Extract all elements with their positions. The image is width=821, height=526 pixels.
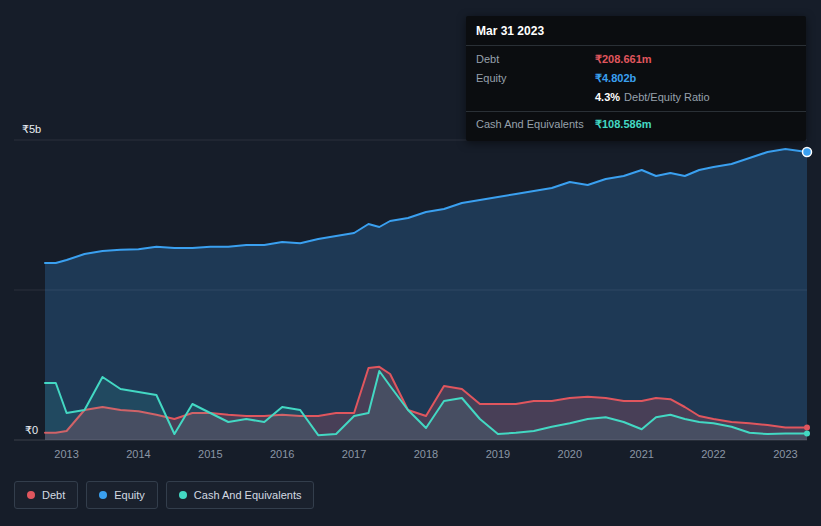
cash-end-marker: [804, 430, 810, 436]
x-tick-label: 2022: [701, 448, 725, 460]
tooltip-ratio-label: Debt/Equity Ratio: [624, 90, 710, 105]
tooltip-row-cash: Cash And Equivalents ₹108.586m: [466, 111, 806, 134]
legend-equity-label: Equity: [114, 489, 145, 501]
x-tick-label: 2020: [558, 448, 582, 460]
tooltip-debt-label: Debt: [476, 52, 595, 67]
x-tick-label: 2017: [342, 448, 366, 460]
tooltip-row-equity: Equity ₹4.802b: [466, 69, 806, 88]
cash-dot-icon: [179, 491, 187, 499]
x-tick-label: 2021: [629, 448, 653, 460]
chart-legend: Debt Equity Cash And Equivalents: [14, 481, 314, 509]
debt-end-marker: [804, 424, 810, 430]
y-axis-label-max: ₹5b: [22, 123, 41, 136]
tooltip-ratio-value: 4.3%: [595, 90, 620, 105]
legend-cash-label: Cash And Equivalents: [194, 489, 302, 501]
y-axis-label-zero: ₹0: [25, 424, 38, 437]
debt-dot-icon: [27, 491, 35, 499]
debt-equity-history-panel: 2013201420152016201720182019202020212022…: [0, 0, 821, 526]
tooltip-equity-label: Equity: [476, 71, 595, 86]
equity-dot-icon: [99, 491, 107, 499]
legend-item-cash[interactable]: Cash And Equivalents: [166, 481, 315, 509]
x-tick-label: 2023: [773, 448, 797, 460]
tooltip-cash-label: Cash And Equivalents: [476, 117, 595, 132]
equity-area: [45, 149, 807, 440]
tooltip-cash-value: ₹108.586m: [595, 117, 652, 132]
x-tick-label: 2013: [54, 448, 78, 460]
tooltip-row-ratio: 4.3% Debt/Equity Ratio: [466, 88, 806, 107]
equity-end-marker: [803, 148, 812, 157]
tooltip-equity-value: ₹4.802b: [595, 71, 636, 86]
x-tick-label: 2015: [198, 448, 222, 460]
legend-item-debt[interactable]: Debt: [14, 481, 78, 509]
chart-tooltip: Mar 31 2023 Debt ₹208.661m Equity ₹4.802…: [466, 16, 806, 141]
legend-item-equity[interactable]: Equity: [86, 481, 158, 509]
x-tick-label: 2016: [270, 448, 294, 460]
tooltip-row-debt: Debt ₹208.661m: [466, 46, 806, 69]
tooltip-date: Mar 31 2023: [466, 16, 806, 46]
x-tick-label: 2014: [126, 448, 150, 460]
x-tick-label: 2018: [414, 448, 438, 460]
tooltip-debt-value: ₹208.661m: [595, 52, 652, 67]
legend-debt-label: Debt: [42, 489, 65, 501]
x-tick-label: 2019: [486, 448, 510, 460]
